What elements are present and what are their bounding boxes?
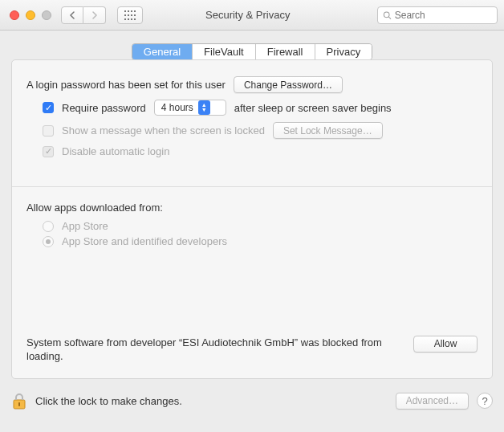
svg-rect-8 bbox=[124, 18, 126, 20]
login-password-text: A login password has been set for this u… bbox=[26, 79, 226, 91]
svg-rect-2 bbox=[131, 10, 132, 12]
svg-rect-3 bbox=[134, 10, 136, 12]
content: General FileVault Firewall Privacy A log… bbox=[0, 31, 504, 387]
chevron-left-icon bbox=[69, 11, 75, 19]
svg-rect-11 bbox=[134, 18, 136, 20]
show-message-label: Show a message when the screen is locked bbox=[62, 124, 265, 137]
blocked-software-text: System software from developer “ESI Audi… bbox=[26, 336, 400, 364]
svg-rect-0 bbox=[124, 10, 126, 12]
svg-point-12 bbox=[384, 11, 389, 17]
zoom-icon bbox=[42, 10, 51, 20]
search-field[interactable] bbox=[377, 6, 498, 24]
require-password-label: Require password bbox=[62, 102, 146, 114]
grid-icon bbox=[124, 10, 136, 20]
require-password-delay-select[interactable]: 4 hours ▲▼ bbox=[154, 100, 226, 116]
lock-icon[interactable] bbox=[11, 392, 27, 410]
window-title: Security & Privacy bbox=[205, 9, 290, 21]
window-controls bbox=[10, 10, 51, 20]
chevron-right-icon bbox=[91, 11, 98, 19]
footer: Click the lock to make changes. Advanced… bbox=[0, 387, 504, 418]
svg-rect-5 bbox=[128, 14, 129, 16]
allow-apps-heading: Allow apps downloaded from: bbox=[26, 202, 163, 214]
radio-app-store bbox=[43, 221, 54, 232]
require-password-checkbox[interactable] bbox=[43, 102, 54, 113]
minimize-icon[interactable] bbox=[26, 10, 35, 20]
show-message-checkbox bbox=[43, 125, 54, 137]
svg-rect-7 bbox=[134, 14, 136, 16]
tab-filevault[interactable]: FileVault bbox=[193, 44, 256, 59]
forward-button[interactable] bbox=[83, 6, 106, 24]
help-button[interactable]: ? bbox=[477, 393, 493, 409]
stepper-icon: ▲▼ bbox=[198, 100, 210, 115]
search-icon bbox=[383, 10, 392, 20]
after-sleep-label: after sleep or screen saver begins bbox=[234, 102, 392, 114]
allow-button[interactable]: Allow bbox=[413, 336, 478, 353]
search-input[interactable] bbox=[395, 10, 492, 21]
svg-rect-4 bbox=[124, 14, 126, 16]
lock-hint-text: Click the lock to make changes. bbox=[35, 395, 388, 407]
set-lock-message-button: Set Lock Message… bbox=[273, 122, 383, 139]
advanced-button: Advanced… bbox=[396, 393, 469, 410]
nav-group bbox=[61, 6, 106, 24]
back-button[interactable] bbox=[61, 6, 83, 24]
close-icon[interactable] bbox=[10, 10, 19, 20]
tab-general[interactable]: General bbox=[132, 44, 193, 59]
svg-rect-9 bbox=[128, 18, 129, 20]
radio-app-store-label: App Store bbox=[62, 220, 108, 232]
svg-rect-1 bbox=[128, 10, 129, 12]
tab-bar: General FileVault Firewall Privacy bbox=[11, 43, 493, 60]
show-all-button[interactable] bbox=[117, 6, 143, 24]
svg-rect-6 bbox=[131, 14, 132, 16]
disable-auto-login-label: Disable automatic login bbox=[62, 145, 169, 157]
disable-auto-login-checkbox bbox=[43, 146, 54, 157]
tab-firewall[interactable]: Firewall bbox=[256, 44, 315, 59]
general-pane: A login password has been set for this u… bbox=[11, 59, 493, 379]
radio-app-store-dev-label: App Store and identified developers bbox=[62, 235, 227, 247]
svg-rect-10 bbox=[131, 18, 132, 20]
require-password-delay-value: 4 hours bbox=[161, 102, 193, 113]
svg-line-13 bbox=[388, 17, 391, 19]
radio-app-store-dev bbox=[43, 236, 54, 247]
divider bbox=[12, 186, 492, 187]
titlebar: Security & Privacy bbox=[0, 0, 504, 31]
tab-privacy[interactable]: Privacy bbox=[315, 44, 372, 59]
svg-rect-15 bbox=[18, 402, 20, 406]
change-password-button[interactable]: Change Password… bbox=[234, 76, 343, 93]
